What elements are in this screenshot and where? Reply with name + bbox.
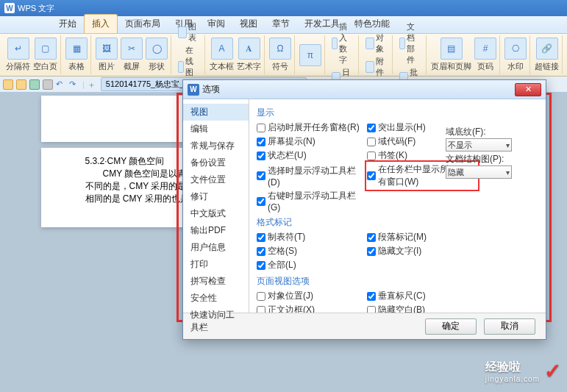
ok-button[interactable]: 确定 — [425, 318, 477, 335]
sidebar-item-print[interactable]: 打印 — [183, 256, 249, 273]
wordart-icon[interactable]: 𝐀 — [238, 38, 260, 60]
object-button[interactable]: 对象 — [363, 32, 389, 55]
table-icon[interactable]: ▦ — [65, 38, 88, 60]
app-title: WPS 文字 — [18, 3, 54, 14]
watermark-label: 水印 — [507, 61, 524, 72]
opt-text-border[interactable]: 正文边框(X) — [257, 303, 367, 313]
hyperlink-icon[interactable]: 🔗 — [536, 38, 558, 60]
dialog-main: 显示 启动时展开任务窗格(R) 突出显示(H) 屏幕提示(N) 域代码(F) 状… — [249, 99, 546, 313]
opt-screen-tip[interactable]: 屏幕提示(N) — [257, 135, 367, 149]
redo-icon[interactable]: ↷ — [69, 79, 79, 90]
field-shade-combo[interactable]: 不显示 — [446, 138, 512, 152]
opt-rclick-float[interactable]: 右键时显示浮动工具栏(G) — [257, 189, 367, 213]
tab-insert[interactable]: 插入 — [84, 14, 118, 33]
sidebar-item-spell[interactable]: 拼写检查 — [183, 273, 249, 290]
opt-tab-char[interactable]: 制表符(T) — [257, 230, 367, 244]
sidebar-item-cjk[interactable]: 中文版式 — [183, 205, 249, 222]
header-footer-label: 页眉和页脚 — [431, 61, 471, 72]
attachment-icon — [365, 61, 374, 73]
sidebar-item-security[interactable]: 安全性 — [183, 290, 249, 307]
tab-review[interactable]: 审阅 — [200, 15, 232, 33]
opt-obj-pos[interactable]: 对象位置(J) — [257, 289, 367, 303]
screenshot-icon[interactable]: ✂ — [121, 38, 143, 60]
tab-view[interactable]: 视图 — [232, 15, 265, 33]
print-icon[interactable] — [43, 79, 53, 90]
dialog-close-button[interactable]: ✕ — [515, 83, 541, 96]
watermark-icon[interactable]: ⎔ — [504, 38, 527, 60]
opt-label: 全部(L) — [268, 259, 296, 271]
sidebar-item-edit[interactable]: 编辑 — [183, 121, 249, 138]
opt-label: 制表符(T) — [268, 231, 305, 243]
sidebar-item-pdf[interactable]: 输出PDF — [183, 222, 249, 239]
new-icon[interactable] — [3, 79, 13, 90]
page-number-icon[interactable]: # — [474, 38, 496, 60]
ribbon: ↵ 分隔符 ▢ 空白页 ▦ 表格 🖼图片 ✂截屏 ◯形状 图表 在线图片 A文本… — [0, 34, 567, 76]
options-dialog: W 选项 ✕ 视图 编辑 常规与保存 备份设置 文件位置 修订 中文版式 输出P… — [182, 79, 546, 340]
shapes-icon[interactable]: ◯ — [146, 38, 168, 60]
app-logo-icon: W — [4, 3, 15, 13]
opt-status-bar[interactable]: 状态栏(U) — [257, 149, 367, 163]
sidebar-item-revisions[interactable]: 修订 — [183, 188, 249, 205]
opt-hide-blank[interactable]: 隐藏空白(B) — [367, 303, 477, 313]
opt-sel-float[interactable]: 选择时显示浮动工具栏(D) — [257, 163, 367, 189]
sidebar-item-file-location[interactable]: 文件位置 — [183, 171, 249, 188]
dialog-sidebar: 视图 编辑 常规与保存 备份设置 文件位置 修订 中文版式 输出PDF 用户信息… — [183, 99, 249, 313]
textbox-label: 文本框 — [210, 61, 234, 72]
opt-label: 对象位置(J) — [268, 290, 313, 302]
opt-hidden-text[interactable]: 隐藏文字(I) — [367, 244, 477, 258]
shapes-label: 形状 — [146, 61, 168, 72]
doc-parts-button[interactable]: 文档部件 — [397, 21, 423, 66]
insert-number-button[interactable]: 插入数字 — [329, 21, 355, 66]
sidebar-item-user[interactable]: 用户信息 — [183, 239, 249, 256]
tab-start[interactable]: 开始 — [51, 15, 84, 33]
textbox-icon[interactable]: A — [211, 38, 233, 60]
page-break-icon[interactable]: ↵ — [7, 38, 29, 60]
doc-parts-label: 文档部件 — [407, 21, 421, 65]
blank-page-icon[interactable]: ▢ — [35, 38, 57, 60]
opt-space-char[interactable]: 空格(S) — [257, 244, 367, 258]
undo-icon[interactable]: ↶ — [56, 79, 66, 90]
equation-icon[interactable]: π — [299, 44, 321, 66]
table-label: 表格 — [68, 61, 85, 72]
sidebar-item-general[interactable]: 常规与保存 — [183, 138, 249, 154]
sidebar-item-view[interactable]: 视图 — [183, 104, 249, 121]
opt-startup-pane[interactable]: 启动时展开任务窗格(R) — [257, 121, 367, 135]
watermark-check-icon: ✓ — [544, 359, 561, 383]
screenshot-label: 截屏 — [121, 61, 143, 72]
section-page-view: 页面视图选项 — [257, 275, 538, 288]
opt-label: 启动时展开任务窗格(R) — [268, 121, 360, 134]
symbol-label: 符号 — [272, 61, 288, 72]
cancel-button[interactable]: 取消 — [484, 318, 535, 335]
opt-label: 垂直标尺(C) — [378, 290, 426, 302]
online-pic-icon — [178, 61, 184, 73]
chart-button[interactable]: 图表 — [176, 21, 202, 44]
insert-number-label: 插入数字 — [339, 21, 353, 65]
opt-label: 域代码(F) — [378, 135, 416, 148]
number-icon — [332, 38, 338, 49]
attachment-label: 附件 — [376, 56, 387, 78]
opt-all-marks[interactable]: 全部(L) — [257, 258, 367, 272]
attachment-button[interactable]: 附件 — [363, 55, 389, 79]
save-icon[interactable] — [29, 79, 40, 90]
chart-label: 图表 — [188, 21, 199, 43]
picture-icon[interactable]: 🖼 — [96, 38, 118, 60]
hyperlink-label: 超链接 — [535, 61, 559, 72]
tab-sections[interactable]: 章节 — [265, 15, 297, 33]
opt-label: 段落标记(M) — [378, 231, 427, 243]
combo-value: 不显示 — [448, 140, 472, 151]
tab-page-layout[interactable]: 页面布局 — [118, 15, 168, 33]
doc-struct-combo[interactable]: 隐藏 — [446, 165, 512, 179]
wordart-label: 艺术字 — [237, 61, 261, 72]
header-footer-icon[interactable]: ▤ — [441, 38, 463, 60]
opt-para-mark[interactable]: 段落标记(M) — [367, 230, 477, 244]
symbol-icon[interactable]: Ω — [269, 38, 291, 60]
sidebar-item-backup[interactable]: 备份设置 — [183, 154, 249, 171]
sidebar-item-qat[interactable]: 快速访问工具栏 — [183, 307, 249, 336]
open-icon[interactable] — [16, 79, 26, 90]
doc-struct-label: 文档结构图(P): — [446, 153, 534, 165]
section-display: 显示 — [257, 107, 538, 119]
opt-label: 选择时显示浮动工具栏(D) — [268, 165, 367, 188]
new-tab-icon[interactable]: ＋ — [88, 79, 98, 90]
opt-label: 突出显示(H) — [378, 121, 426, 134]
opt-vruler[interactable]: 垂直标尺(C) — [367, 289, 477, 303]
